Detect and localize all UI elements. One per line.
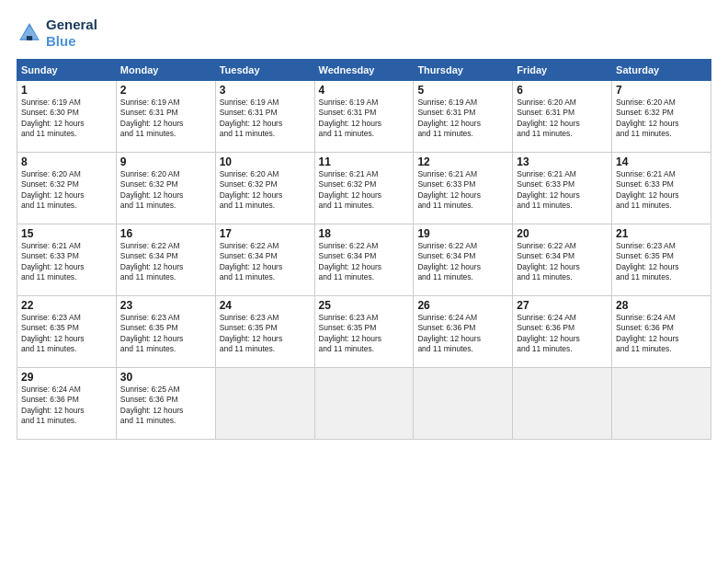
col-sunday: Sunday bbox=[17, 60, 117, 81]
day-detail: Sunrise: 6:22 AMSunset: 6:34 PMDaylight:… bbox=[120, 241, 211, 283]
calendar-cell: 3Sunrise: 6:19 AMSunset: 6:31 PMDaylight… bbox=[215, 81, 314, 153]
day-number: 11 bbox=[319, 155, 410, 168]
day-number: 25 bbox=[319, 299, 410, 312]
day-number: 21 bbox=[616, 227, 707, 240]
calendar-cell: 23Sunrise: 6:23 AMSunset: 6:35 PMDayligh… bbox=[116, 296, 215, 368]
day-detail: Sunrise: 6:20 AMSunset: 6:31 PMDaylight:… bbox=[517, 98, 608, 140]
calendar-cell: 30Sunrise: 6:25 AMSunset: 6:36 PMDayligh… bbox=[116, 368, 215, 440]
day-detail: Sunrise: 6:20 AMSunset: 6:32 PMDaylight:… bbox=[616, 98, 707, 140]
day-number: 5 bbox=[417, 84, 508, 97]
day-detail: Sunrise: 6:19 AMSunset: 6:30 PMDaylight:… bbox=[21, 98, 112, 140]
calendar-cell: 4Sunrise: 6:19 AMSunset: 6:31 PMDaylight… bbox=[314, 81, 414, 153]
day-number: 18 bbox=[319, 227, 410, 240]
day-detail: Sunrise: 6:21 AMSunset: 6:33 PMDaylight:… bbox=[517, 169, 608, 212]
day-number: 6 bbox=[517, 84, 608, 97]
calendar-cell bbox=[612, 368, 711, 440]
header: General Blue bbox=[17, 17, 711, 50]
calendar-cell: 12Sunrise: 6:21 AMSunset: 6:33 PMDayligh… bbox=[414, 153, 513, 224]
day-detail: Sunrise: 6:19 AMSunset: 6:31 PMDaylight:… bbox=[417, 98, 508, 140]
calendar-cell bbox=[215, 368, 314, 440]
calendar-cell: 2Sunrise: 6:19 AMSunset: 6:31 PMDaylight… bbox=[116, 81, 215, 153]
day-detail: Sunrise: 6:23 AMSunset: 6:35 PMDaylight:… bbox=[220, 313, 311, 355]
day-detail: Sunrise: 6:19 AMSunset: 6:31 PMDaylight:… bbox=[220, 98, 311, 140]
day-number: 8 bbox=[21, 155, 112, 168]
calendar-cell bbox=[513, 368, 612, 440]
calendar-header-row: Sunday Monday Tuesday Wednesday Thursday… bbox=[17, 60, 711, 81]
day-number: 27 bbox=[517, 299, 608, 312]
day-detail: Sunrise: 6:24 AMSunset: 6:36 PMDaylight:… bbox=[21, 385, 112, 427]
calendar-week-row: 8Sunrise: 6:20 AMSunset: 6:32 PMDaylight… bbox=[17, 153, 711, 224]
calendar-cell: 17Sunrise: 6:22 AMSunset: 6:34 PMDayligh… bbox=[215, 224, 314, 296]
day-number: 24 bbox=[220, 299, 311, 312]
calendar-cell: 15Sunrise: 6:21 AMSunset: 6:33 PMDayligh… bbox=[17, 224, 117, 296]
calendar-cell bbox=[414, 368, 513, 440]
calendar-cell bbox=[314, 368, 414, 440]
logo: General Blue bbox=[17, 17, 97, 50]
col-saturday: Saturday bbox=[612, 60, 711, 81]
calendar-cell: 13Sunrise: 6:21 AMSunset: 6:33 PMDayligh… bbox=[513, 153, 612, 224]
col-friday: Friday bbox=[513, 60, 612, 81]
day-number: 22 bbox=[21, 299, 112, 312]
day-detail: Sunrise: 6:23 AMSunset: 6:35 PMDaylight:… bbox=[120, 313, 211, 355]
calendar-cell: 11Sunrise: 6:21 AMSunset: 6:32 PMDayligh… bbox=[314, 153, 414, 224]
calendar-table: Sunday Monday Tuesday Wednesday Thursday… bbox=[17, 59, 711, 440]
day-detail: Sunrise: 6:19 AMSunset: 6:31 PMDaylight:… bbox=[319, 98, 410, 140]
calendar-cell: 29Sunrise: 6:24 AMSunset: 6:36 PMDayligh… bbox=[17, 368, 117, 440]
day-detail: Sunrise: 6:21 AMSunset: 6:32 PMDaylight:… bbox=[319, 169, 410, 212]
calendar-cell: 20Sunrise: 6:22 AMSunset: 6:34 PMDayligh… bbox=[513, 224, 612, 296]
day-number: 17 bbox=[220, 227, 311, 240]
logo-icon bbox=[17, 20, 42, 46]
day-number: 20 bbox=[517, 227, 608, 240]
day-number: 14 bbox=[616, 155, 707, 168]
day-number: 26 bbox=[417, 299, 508, 312]
day-number: 19 bbox=[417, 227, 508, 240]
calendar-cell: 26Sunrise: 6:24 AMSunset: 6:36 PMDayligh… bbox=[414, 296, 513, 368]
day-detail: Sunrise: 6:20 AMSunset: 6:32 PMDaylight:… bbox=[21, 169, 112, 212]
calendar-cell: 1Sunrise: 6:19 AMSunset: 6:30 PMDaylight… bbox=[17, 81, 117, 153]
day-number: 30 bbox=[120, 371, 211, 384]
day-number: 23 bbox=[120, 299, 211, 312]
day-detail: Sunrise: 6:21 AMSunset: 6:33 PMDaylight:… bbox=[616, 169, 707, 212]
calendar-cell: 25Sunrise: 6:23 AMSunset: 6:35 PMDayligh… bbox=[314, 296, 414, 368]
day-number: 4 bbox=[319, 84, 410, 97]
day-detail: Sunrise: 6:23 AMSunset: 6:35 PMDaylight:… bbox=[616, 241, 707, 283]
calendar-cell: 9Sunrise: 6:20 AMSunset: 6:32 PMDaylight… bbox=[116, 153, 215, 224]
calendar-cell: 10Sunrise: 6:20 AMSunset: 6:32 PMDayligh… bbox=[215, 153, 314, 224]
calendar-cell: 21Sunrise: 6:23 AMSunset: 6:35 PMDayligh… bbox=[612, 224, 711, 296]
calendar-cell: 19Sunrise: 6:22 AMSunset: 6:34 PMDayligh… bbox=[414, 224, 513, 296]
col-monday: Monday bbox=[116, 60, 215, 81]
calendar-cell: 14Sunrise: 6:21 AMSunset: 6:33 PMDayligh… bbox=[612, 153, 711, 224]
calendar-cell: 7Sunrise: 6:20 AMSunset: 6:32 PMDaylight… bbox=[612, 81, 711, 153]
day-detail: Sunrise: 6:23 AMSunset: 6:35 PMDaylight:… bbox=[319, 313, 410, 355]
col-wednesday: Wednesday bbox=[314, 60, 414, 81]
day-number: 9 bbox=[120, 155, 211, 168]
day-number: 29 bbox=[21, 371, 112, 384]
calendar-cell: 28Sunrise: 6:24 AMSunset: 6:36 PMDayligh… bbox=[612, 296, 711, 368]
day-detail: Sunrise: 6:21 AMSunset: 6:33 PMDaylight:… bbox=[21, 241, 112, 283]
calendar-cell: 18Sunrise: 6:22 AMSunset: 6:34 PMDayligh… bbox=[314, 224, 414, 296]
day-detail: Sunrise: 6:23 AMSunset: 6:35 PMDaylight:… bbox=[21, 313, 112, 355]
day-detail: Sunrise: 6:22 AMSunset: 6:34 PMDaylight:… bbox=[417, 241, 508, 283]
day-detail: Sunrise: 6:24 AMSunset: 6:36 PMDaylight:… bbox=[616, 313, 707, 355]
logo-text: General Blue bbox=[46, 17, 97, 50]
day-detail: Sunrise: 6:24 AMSunset: 6:36 PMDaylight:… bbox=[517, 313, 608, 355]
day-detail: Sunrise: 6:21 AMSunset: 6:33 PMDaylight:… bbox=[417, 169, 508, 212]
day-number: 2 bbox=[120, 84, 211, 97]
day-number: 16 bbox=[120, 227, 211, 240]
calendar-cell: 5Sunrise: 6:19 AMSunset: 6:31 PMDaylight… bbox=[414, 81, 513, 153]
col-thursday: Thursday bbox=[414, 60, 513, 81]
calendar-week-row: 29Sunrise: 6:24 AMSunset: 6:36 PMDayligh… bbox=[17, 368, 711, 440]
day-detail: Sunrise: 6:22 AMSunset: 6:34 PMDaylight:… bbox=[517, 241, 608, 283]
day-detail: Sunrise: 6:25 AMSunset: 6:36 PMDaylight:… bbox=[120, 385, 211, 427]
day-detail: Sunrise: 6:20 AMSunset: 6:32 PMDaylight:… bbox=[220, 169, 311, 212]
calendar-cell: 6Sunrise: 6:20 AMSunset: 6:31 PMDaylight… bbox=[513, 81, 612, 153]
day-number: 12 bbox=[417, 155, 508, 168]
calendar-cell: 16Sunrise: 6:22 AMSunset: 6:34 PMDayligh… bbox=[116, 224, 215, 296]
day-detail: Sunrise: 6:19 AMSunset: 6:31 PMDaylight:… bbox=[120, 98, 211, 140]
day-detail: Sunrise: 6:24 AMSunset: 6:36 PMDaylight:… bbox=[417, 313, 508, 355]
svg-rect-2 bbox=[27, 36, 32, 40]
calendar-week-row: 1Sunrise: 6:19 AMSunset: 6:30 PMDaylight… bbox=[17, 81, 711, 153]
calendar-cell: 8Sunrise: 6:20 AMSunset: 6:32 PMDaylight… bbox=[17, 153, 117, 224]
calendar-cell: 24Sunrise: 6:23 AMSunset: 6:35 PMDayligh… bbox=[215, 296, 314, 368]
day-number: 10 bbox=[220, 155, 311, 168]
